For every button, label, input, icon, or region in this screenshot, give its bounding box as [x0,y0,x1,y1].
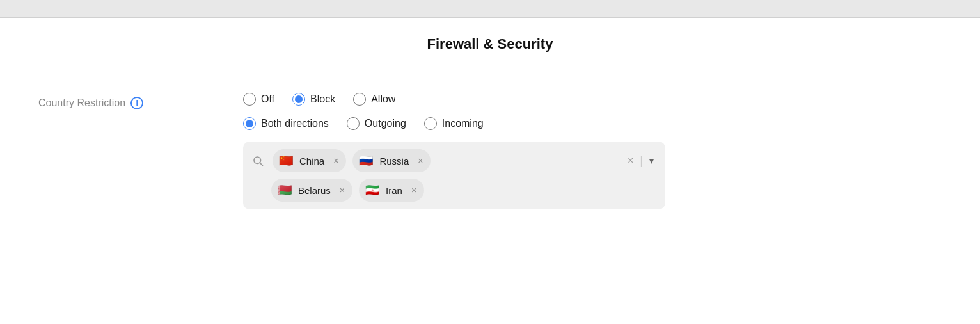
radio-both[interactable]: Both directions [243,117,329,130]
radio-block-label: Block [310,93,335,105]
clear-all-button[interactable]: × [625,154,636,168]
remove-belarus-button[interactable]: × [336,186,345,195]
info-icon[interactable]: i [130,97,143,109]
radio-allow[interactable]: Allow [353,93,395,106]
country-name-china: China [299,156,324,166]
radio-block-input[interactable] [292,93,305,106]
radio-off-label: Off [261,93,274,105]
flag-china: 🇨🇳 [278,152,294,169]
country-name-belarus: Belarus [298,185,331,196]
top-bar [0,0,980,18]
selector-actions: × | ▾ [625,154,656,168]
country-name-iran: Iran [386,185,402,196]
country-name-russia: Russia [379,156,409,166]
label-area: Country Restriction i [38,93,205,109]
radio-outgoing-label: Outgoing [365,118,406,129]
radio-incoming[interactable]: Incoming [424,117,484,130]
radio-outgoing-input[interactable] [347,117,360,130]
direction-radio-group: Both directions Outgoing Incoming [243,117,665,130]
country-tag-belarus: 🇧🇾 Belarus × [271,179,352,202]
radio-outgoing[interactable]: Outgoing [347,117,406,130]
radio-allow-input[interactable] [353,93,366,106]
remove-russia-button[interactable]: × [414,156,423,165]
flag-iran: 🇮🇷 [364,182,381,198]
country-selector: 🇨🇳 China × 🇷🇺 Russia × × | ▾ [243,142,665,209]
country-row-1: 🇨🇳 China × 🇷🇺 Russia × × | ▾ [252,149,656,172]
remove-china-button[interactable]: × [329,156,338,165]
flag-russia: 🇷🇺 [358,152,374,169]
page-header: Firewall & Security [0,18,980,67]
settings-row: Country Restriction i Off Block Allow [38,93,942,209]
radio-both-input[interactable] [243,117,256,130]
page-content: Country Restriction i Off Block Allow [0,67,980,324]
divider: | [640,154,643,168]
radio-block[interactable]: Block [292,93,335,106]
country-tag-russia: 🇷🇺 Russia × [352,149,431,172]
remove-iran-button[interactable]: × [407,186,416,195]
country-restriction-label: Country Restriction [38,97,125,109]
country-tag-china: 🇨🇳 China × [273,149,346,172]
svg-line-1 [260,163,262,165]
radio-off[interactable]: Off [243,93,274,106]
radio-both-label: Both directions [261,118,329,129]
dropdown-button[interactable]: ▾ [647,154,656,167]
controls-area: Off Block Allow Both directions [243,93,665,209]
page-title: Firewall & Security [0,36,980,53]
radio-incoming-label: Incoming [442,118,484,129]
flag-belarus: 🇧🇾 [276,182,293,198]
country-tag-iran: 🇮🇷 Iran × [359,179,424,202]
radio-incoming-input[interactable] [424,117,437,130]
restriction-radio-group: Off Block Allow [243,93,665,106]
country-row-2: 🇧🇾 Belarus × 🇮🇷 Iran × [252,179,656,202]
radio-off-input[interactable] [243,93,256,106]
radio-allow-label: Allow [371,93,395,105]
search-icon [252,155,264,166]
